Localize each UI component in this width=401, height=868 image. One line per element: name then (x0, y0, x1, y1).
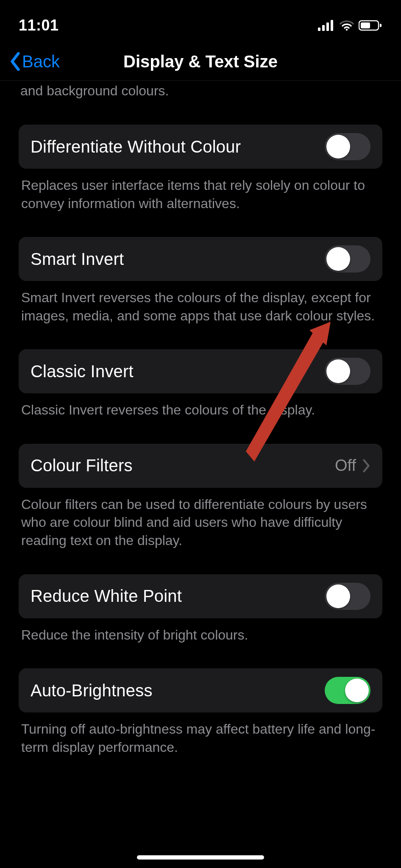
cell-label: Classic Invert (31, 362, 134, 381)
group-desc: Colour filters can be used to differenti… (19, 488, 382, 550)
chevron-left-icon (9, 52, 21, 71)
battery-icon (359, 20, 382, 31)
wifi-icon (339, 20, 354, 31)
home-indicator (137, 855, 264, 860)
cell-label: Colour Filters (31, 456, 133, 475)
group-differentiate: Differentiate Without Colour Replaces us… (19, 125, 382, 212)
group-smart-invert: Smart Invert Smart Invert reverses the c… (19, 237, 382, 325)
group-desc: Smart Invert reverses the colours of the… (19, 281, 382, 325)
group-reduce-white-point: Reduce White Point Reduce the intensity … (19, 574, 382, 644)
svg-rect-3 (331, 20, 333, 31)
cell-classic-invert[interactable]: Classic Invert (19, 349, 382, 393)
toggle-smart-invert[interactable] (325, 245, 370, 273)
cell-value: Off (335, 456, 356, 475)
cell-colour-filters[interactable]: Colour Filters Off (19, 444, 382, 488)
status-icons (318, 20, 382, 31)
cell-reduce-white-point[interactable]: Reduce White Point (19, 574, 382, 618)
nav-bar: Back Display & Text Size (0, 42, 401, 81)
group-desc: Replaces user interface items that rely … (19, 169, 382, 212)
back-button[interactable]: Back (0, 52, 60, 71)
cell-smart-invert[interactable]: Smart Invert (19, 237, 382, 281)
svg-rect-6 (361, 22, 370, 28)
cell-differentiate[interactable]: Differentiate Without Colour (19, 125, 382, 169)
cell-label: Auto-Brightness (31, 681, 153, 700)
group-desc: Reduce the intensity of bright colours. (19, 618, 382, 644)
status-bar: 11:01 (0, 0, 401, 42)
group-desc-partial: and background colours. (19, 81, 382, 100)
group-desc: Classic Invert reverses the colours of t… (19, 393, 382, 419)
toggle-auto-brightness[interactable] (325, 677, 370, 704)
group-colour-filters: Colour Filters Off Colour filters can be… (19, 444, 382, 550)
svg-rect-2 (326, 22, 329, 31)
svg-rect-7 (380, 24, 382, 27)
svg-rect-1 (322, 25, 325, 31)
cell-label: Reduce White Point (31, 587, 182, 606)
svg-point-4 (346, 29, 348, 31)
svg-rect-0 (318, 28, 320, 31)
group-desc: Turning off auto-brightness may affect b… (19, 712, 382, 756)
group-classic-invert: Classic Invert Classic Invert reverses t… (19, 349, 382, 419)
cellular-icon (318, 20, 335, 31)
cell-label: Differentiate Without Colour (31, 137, 241, 156)
group-auto-brightness: Auto-Brightness Turning off auto-brightn… (19, 668, 382, 756)
chevron-right-icon (362, 459, 370, 473)
back-label: Back (22, 52, 60, 71)
toggle-differentiate[interactable] (325, 133, 370, 160)
status-time: 11:01 (19, 17, 59, 34)
cell-auto-brightness[interactable]: Auto-Brightness (19, 668, 382, 712)
toggle-reduce-white-point[interactable] (325, 583, 370, 610)
page-title: Display & Text Size (0, 52, 401, 71)
toggle-classic-invert[interactable] (325, 358, 370, 385)
cell-label: Smart Invert (31, 250, 124, 269)
